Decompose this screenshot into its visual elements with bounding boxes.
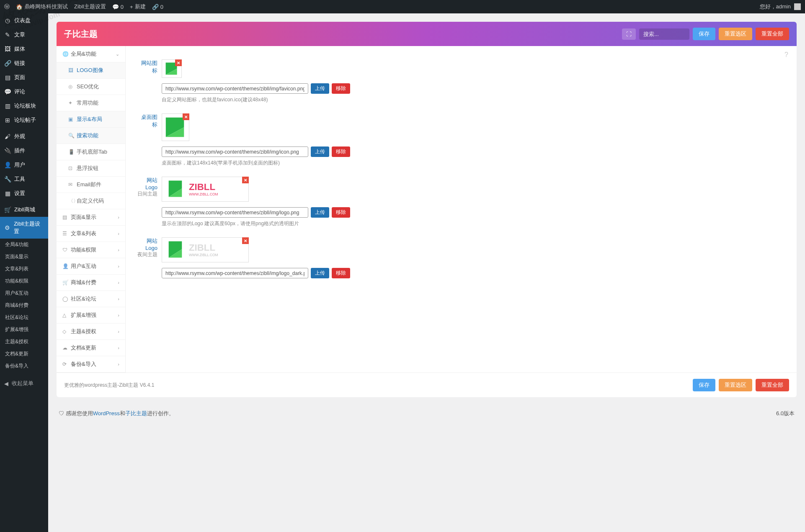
menu-icon: 🛒 xyxy=(4,206,11,213)
save-button[interactable]: 保存 xyxy=(693,28,715,40)
wp-footer: ♡ 感谢您使用WordPress和子比主题进行创作。 6.0版本 xyxy=(57,410,797,417)
nav-sub-item[interactable]: ✉Email邮件 xyxy=(57,177,125,193)
wordpress-link[interactable]: WordPress xyxy=(93,410,120,416)
nav-icon: ◎ xyxy=(68,84,74,90)
admin-bar: ⓦ 🏠 鼎峰网络科技测试 Zibll主题设置 💬 0 + 新建 🔗 0 您好，a… xyxy=(0,0,805,13)
reset-all-button[interactable]: 重置全部 xyxy=(756,28,789,40)
image-preview: ✕ xyxy=(162,113,189,141)
reset-section-button-bottom[interactable]: 重置选区 xyxy=(719,379,752,391)
nav-icon: 〈〉 xyxy=(68,198,74,205)
admin-menu-item[interactable]: ▥论坛板块 xyxy=(0,99,48,113)
admin-submenu-item[interactable]: 扩展&增强 xyxy=(0,324,48,336)
avatar[interactable] xyxy=(794,3,801,10)
remove-button[interactable]: 移除 xyxy=(332,268,350,278)
admin-menu-item[interactable]: 💬评论 xyxy=(0,85,48,99)
nav-group[interactable]: △扩展&增强› xyxy=(57,307,125,324)
menu-icon: ⊞ xyxy=(4,117,11,123)
remove-button[interactable]: 移除 xyxy=(332,207,350,218)
admin-menu-item[interactable]: 🔗链接 xyxy=(0,56,48,70)
help-icon[interactable]: ? xyxy=(784,51,788,59)
expand-button[interactable]: ⛶ xyxy=(622,28,636,40)
greeting: 您好，admin xyxy=(760,3,791,10)
wp-version: 6.0版本 xyxy=(776,410,795,417)
upload-button[interactable]: 上传 xyxy=(311,146,329,157)
nav-sub-item[interactable]: ✦常用功能 xyxy=(57,95,125,111)
svg-text:ZIBLL: ZIBLL xyxy=(189,182,215,192)
nav-sub-item[interactable]: 🔍搜索功能 xyxy=(57,128,125,144)
theme-settings[interactable]: Zibll主题设置 xyxy=(74,3,106,10)
nav-icon: ▣ xyxy=(68,116,74,122)
theme-search[interactable] xyxy=(639,28,689,40)
zibll-link[interactable]: 子比主题 xyxy=(125,410,147,416)
field-label: 桌面图标 xyxy=(137,113,162,167)
comments-count[interactable]: 💬 0 xyxy=(112,4,124,10)
site-name[interactable]: 🏠 鼎峰网络科技测试 xyxy=(16,3,68,10)
url-input[interactable] xyxy=(162,207,308,218)
chevron-right-icon: › xyxy=(118,313,119,318)
admin-menu-item[interactable]: 🛒Zibll商城 xyxy=(0,203,48,217)
admin-submenu-item[interactable]: 备份&导入 xyxy=(0,360,48,372)
nav-global[interactable]: 🌐全局&功能 ⌄ xyxy=(57,46,125,62)
admin-menu-item[interactable]: 🖌外观 xyxy=(0,129,48,144)
admin-menu-item[interactable]: ⚙Zibll主题设置 xyxy=(0,217,48,239)
nav-group[interactable]: ◯社区&论坛› xyxy=(57,291,125,307)
nav-group[interactable]: ⟳备份&导入› xyxy=(57,356,125,373)
nav-sub-item[interactable]: 〈〉自定义代码 xyxy=(57,193,125,209)
admin-menu-item[interactable]: 🔧工具 xyxy=(0,172,48,186)
nav-sub-item[interactable]: ⊡悬浮按钮 xyxy=(57,160,125,177)
menu-icon: 🖾 xyxy=(4,46,11,52)
collapse-menu[interactable]: ◀ 收起菜单 xyxy=(0,376,48,391)
admin-submenu-item[interactable]: 用户&互动 xyxy=(0,287,48,299)
wp-logo[interactable]: ⓦ xyxy=(4,3,10,10)
remove-button[interactable]: 移除 xyxy=(332,83,350,94)
nav-sub-item[interactable]: 📱手机底部Tab xyxy=(57,144,125,160)
close-icon[interactable]: ✕ xyxy=(242,237,249,244)
nav-group[interactable]: 🛒商城&付费› xyxy=(57,275,125,291)
admin-submenu-item[interactable]: 文章&列表 xyxy=(0,263,48,275)
chevron-right-icon: › xyxy=(118,215,119,220)
nav-group[interactable]: ☰文章&列表› xyxy=(57,226,125,242)
admin-menu-item[interactable]: 🔌插件 xyxy=(0,144,48,158)
nav-group[interactable]: ◇主题&授权› xyxy=(57,324,125,340)
add-new[interactable]: + 新建 xyxy=(130,3,146,10)
svg-text:ZIBLL: ZIBLL xyxy=(189,242,215,253)
upload-button[interactable]: 上传 xyxy=(311,83,329,94)
nav-sub-item[interactable]: 🖼LOGO图像 xyxy=(57,62,125,79)
reset-all-button-bottom[interactable]: 重置全部 xyxy=(756,379,789,391)
nav-group[interactable]: ▤页面&显示› xyxy=(57,209,125,226)
nav-sub-item[interactable]: ◎SEO优化 xyxy=(57,79,125,95)
save-button-bottom[interactable]: 保存 xyxy=(693,379,715,391)
admin-submenu-item[interactable]: 社区&论坛 xyxy=(0,311,48,324)
admin-menu-item[interactable]: ▤页面 xyxy=(0,70,48,85)
remove-button[interactable]: 移除 xyxy=(332,146,350,157)
admin-submenu-item[interactable]: 全局&功能 xyxy=(0,239,48,251)
nav-group[interactable]: 👤用户&互动› xyxy=(57,258,125,275)
upload-button[interactable]: 上传 xyxy=(311,268,329,278)
nav-group[interactable]: ☁文档&更新› xyxy=(57,340,125,356)
close-icon[interactable]: ✕ xyxy=(175,59,182,66)
admin-menu-item[interactable]: 🖾媒体 xyxy=(0,42,48,56)
url-input[interactable] xyxy=(162,83,308,94)
reset-section-button[interactable]: 重置选区 xyxy=(719,28,752,40)
admin-submenu-item[interactable]: 主题&授权 xyxy=(0,336,48,348)
admin-submenu-item[interactable]: 文档&更新 xyxy=(0,348,48,360)
close-icon[interactable]: ✕ xyxy=(242,177,249,183)
admin-menu-item[interactable]: ✎文章 xyxy=(0,28,48,42)
admin-menu-item[interactable]: ◷仪表盘 xyxy=(0,13,48,28)
admin-submenu-item[interactable]: 功能&权限 xyxy=(0,275,48,287)
admin-menu-item[interactable]: ▦设置 xyxy=(0,186,48,200)
nav-group[interactable]: 🛡功能&权限› xyxy=(57,242,125,258)
nav-sub-item[interactable]: ▣显示&布局 xyxy=(57,111,125,128)
admin-menu-item[interactable]: 👤用户 xyxy=(0,158,48,172)
close-icon[interactable]: ✕ xyxy=(183,113,189,120)
nav-icon: 👤 xyxy=(62,263,68,269)
url-input[interactable] xyxy=(162,146,308,157)
upload-button[interactable]: 上传 xyxy=(311,207,329,218)
admin-submenu-item[interactable]: 商城&付费 xyxy=(0,299,48,311)
links-count[interactable]: 🔗 0 xyxy=(152,4,163,10)
chevron-right-icon: › xyxy=(118,296,119,301)
admin-submenu-item[interactable]: 页面&显示 xyxy=(0,251,48,263)
admin-menu-item[interactable]: ⊞论坛帖子 xyxy=(0,113,48,127)
url-input[interactable] xyxy=(162,268,308,278)
nav-icon: 📱 xyxy=(68,149,74,155)
